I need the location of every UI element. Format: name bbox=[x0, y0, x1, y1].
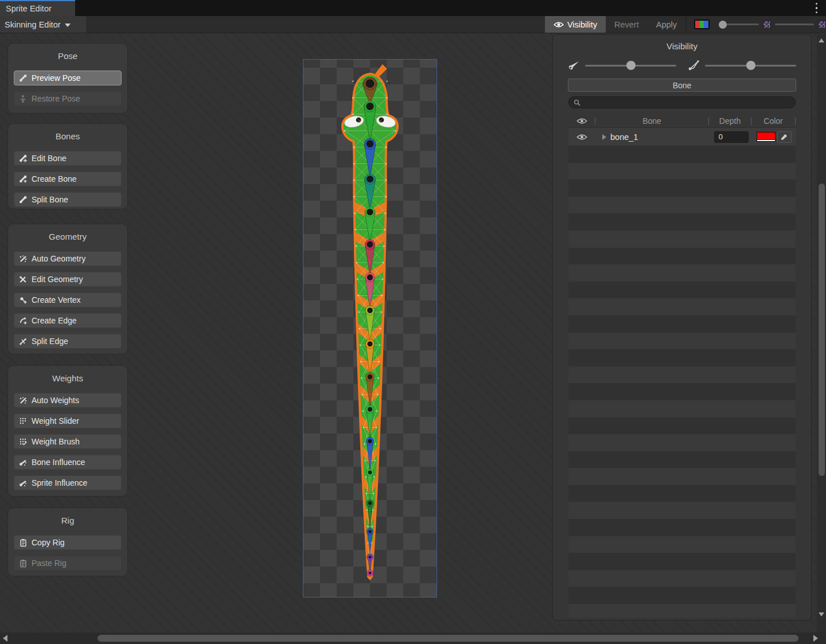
dot-grid-icon bbox=[19, 417, 28, 426]
scroll-left-arrow-icon[interactable] bbox=[3, 635, 7, 642]
edit-bone-button-label: Edit Bone bbox=[32, 154, 67, 163]
bone-influence-button[interactable]: Bone Influence bbox=[14, 455, 122, 470]
rgb-channels-button[interactable] bbox=[694, 19, 710, 29]
mesh-opacity-slider[interactable] bbox=[705, 65, 796, 67]
split-bone-button-label: Split Bone bbox=[32, 195, 68, 204]
magic-dots-icon bbox=[19, 255, 28, 263]
empty-bone-row bbox=[568, 213, 796, 231]
preview-pose-button-label: Preview Pose bbox=[32, 73, 81, 83]
weight-brush-button-label: Weight Brush bbox=[32, 437, 80, 446]
create-bone-button-label: Create Bone bbox=[32, 174, 77, 184]
mesh-opacity-slider[interactable] bbox=[775, 24, 814, 25]
bone-tab[interactable]: Bone bbox=[568, 79, 796, 92]
skinning-editor-dropdown-label: Skinning Editor bbox=[5, 20, 61, 29]
sprite-opacity-slider-knob[interactable] bbox=[719, 21, 727, 29]
expand-arrow-icon[interactable] bbox=[602, 134, 606, 140]
sprite-influence-button[interactable]: Sprite Influence bbox=[14, 475, 122, 490]
create-bone-button[interactable]: Create Bone bbox=[14, 171, 122, 186]
empty-bone-row bbox=[568, 248, 796, 265]
weight-slider-button[interactable]: Weight Slider bbox=[14, 413, 122, 428]
apply-button[interactable]: Apply bbox=[648, 16, 685, 33]
bone-color-swatch[interactable] bbox=[757, 132, 776, 142]
skinning-editor-dropdown[interactable]: Skinning Editor bbox=[0, 16, 86, 33]
restore-pose-button[interactable]: Restore Pose bbox=[14, 91, 122, 106]
bone-dots-icon bbox=[19, 479, 28, 487]
bone-opacity-slider-knob[interactable] bbox=[626, 61, 636, 70]
geometry-panel-title: Geometry bbox=[8, 231, 127, 242]
bone-column-header[interactable]: Bone bbox=[595, 116, 708, 126]
bones-panel-title: Bones bbox=[8, 131, 127, 142]
color-column-header[interactable]: Color bbox=[751, 116, 795, 126]
row-visibility-eye-icon[interactable] bbox=[576, 134, 587, 140]
empty-bone-row bbox=[568, 434, 796, 451]
empty-bone-row bbox=[568, 264, 796, 282]
weight-brush-button[interactable]: Weight Brush bbox=[14, 434, 122, 449]
empty-bone-row bbox=[568, 400, 796, 417]
paste-rig-button[interactable]: Paste Rig bbox=[14, 556, 122, 571]
bone-influence-button-label: Bone Influence bbox=[32, 458, 85, 467]
empty-bone-row bbox=[568, 366, 796, 384]
empty-bone-row bbox=[568, 315, 796, 333]
horizontal-scrollbar-thumb[interactable] bbox=[98, 635, 798, 642]
copy-rig-button[interactable]: Copy Rig bbox=[14, 535, 122, 550]
split-bone-button[interactable]: Split Bone bbox=[14, 192, 122, 207]
mesh-opacity-icon bbox=[688, 60, 700, 71]
create-edge-button-label: Create Edge bbox=[32, 316, 77, 325]
mesh-opacity-slider-knob[interactable] bbox=[746, 61, 755, 70]
bone-search-input[interactable] bbox=[583, 97, 790, 107]
vertical-scrollbar[interactable] bbox=[817, 34, 826, 633]
clipboard-icon bbox=[19, 538, 28, 547]
split-edge-button[interactable]: Split Edge bbox=[14, 334, 122, 349]
depth-input[interactable] bbox=[714, 131, 749, 143]
empty-bone-row bbox=[568, 197, 796, 214]
rig-panel: RigCopy RigPaste Rig bbox=[7, 508, 128, 576]
edit-geometry-button-label: Edit Geometry bbox=[32, 275, 83, 284]
bone-opacity-slider[interactable] bbox=[585, 65, 676, 67]
eye-icon bbox=[554, 21, 564, 28]
paste-rig-button-label: Paste Rig bbox=[32, 559, 67, 568]
horizontal-scrollbar[interactable] bbox=[0, 633, 826, 644]
preview-pose-button[interactable]: Preview Pose bbox=[14, 71, 122, 85]
create-vertex-button-label: Create Vertex bbox=[32, 295, 81, 305]
bone-name: bone_1 bbox=[610, 132, 638, 142]
empty-bone-row bbox=[568, 502, 796, 519]
visibility-button-label: Visibility bbox=[567, 20, 597, 29]
kebab-menu-icon[interactable] bbox=[816, 3, 818, 13]
vertex-plus-icon bbox=[19, 296, 28, 305]
eye-column-icon[interactable] bbox=[576, 118, 587, 124]
bone-search-box[interactable] bbox=[568, 96, 796, 108]
create-vertex-button[interactable]: Create Vertex bbox=[14, 292, 122, 307]
scroll-down-arrow-icon[interactable] bbox=[819, 612, 824, 616]
sprite-opacity-slider[interactable] bbox=[720, 24, 759, 25]
sprite-editor-tab[interactable]: Sprite Editor bbox=[0, 0, 75, 16]
weights-panel-title: Weights bbox=[8, 373, 127, 384]
auto-geometry-button[interactable]: Auto Geometry bbox=[14, 251, 122, 266]
restore-pose-button-label: Restore Pose bbox=[32, 94, 80, 103]
empty-bone-row bbox=[568, 282, 796, 299]
empty-bone-row bbox=[568, 163, 796, 180]
snake-sprite[interactable] bbox=[303, 60, 437, 597]
apply-button-label: Apply bbox=[656, 20, 677, 29]
eyedropper-icon bbox=[781, 134, 788, 140]
column-separator bbox=[795, 117, 796, 125]
eyedropper-button[interactable] bbox=[777, 131, 792, 143]
bone-opacity-icon bbox=[568, 60, 580, 71]
vertical-scrollbar-thumb[interactable] bbox=[819, 184, 825, 476]
visibility-toggle-button[interactable]: Visibility bbox=[545, 16, 606, 33]
clipboard-icon bbox=[19, 559, 28, 568]
edit-bone-button[interactable]: Edit Bone bbox=[14, 151, 122, 166]
scroll-up-arrow-icon[interactable] bbox=[819, 38, 824, 42]
auto-weights-button[interactable]: Auto Weights bbox=[14, 393, 122, 408]
bone-table-row[interactable]: bone_1 bbox=[568, 128, 796, 146]
revert-button[interactable]: Revert bbox=[606, 16, 648, 33]
sprite-canvas[interactable] bbox=[303, 59, 437, 598]
depth-column-header[interactable]: Depth bbox=[709, 116, 751, 126]
edge-split-icon bbox=[19, 337, 28, 346]
alpha-checker-icon bbox=[763, 21, 771, 29]
bone-list-empty-rows bbox=[568, 146, 796, 618]
create-edge-button[interactable]: Create Edge bbox=[14, 313, 122, 328]
scroll-right-arrow-icon[interactable] bbox=[813, 635, 818, 642]
empty-bone-row bbox=[568, 553, 796, 570]
pose-panel-title: Pose bbox=[8, 50, 127, 61]
edit-geometry-button[interactable]: Edit Geometry bbox=[14, 272, 122, 287]
